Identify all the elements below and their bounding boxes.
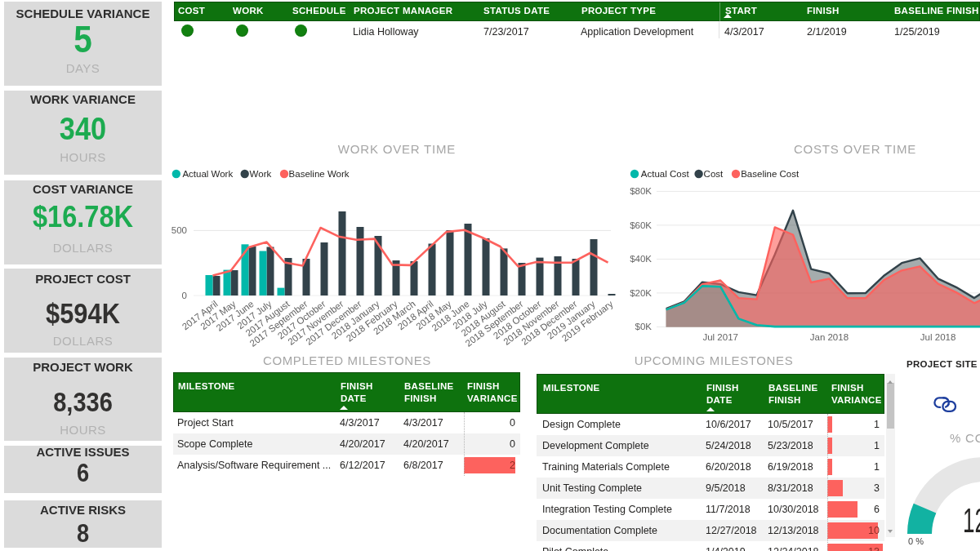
svg-text:Jul 2018: Jul 2018 <box>920 332 956 342</box>
svg-text:0: 0 <box>182 291 187 300</box>
svg-text:Jul 2017: Jul 2017 <box>702 332 737 342</box>
svg-text:Actual Work: Actual Work <box>182 169 233 179</box>
svg-text:WORK OVER TIME: WORK OVER TIME <box>338 142 456 156</box>
svg-text:$60K: $60K <box>630 220 652 230</box>
svg-text:Jan 2018: Jan 2018 <box>810 332 849 342</box>
svg-text:12.21%: 12.21% <box>963 501 980 540</box>
svg-text:Cost: Cost <box>704 169 724 179</box>
svg-text:500: 500 <box>172 225 187 235</box>
svg-text:Work: Work <box>250 169 272 179</box>
svg-text:COSTS OVER TIME: COSTS OVER TIME <box>794 142 916 156</box>
svg-text:Baseline Cost: Baseline Cost <box>741 169 800 179</box>
svg-text:$0K: $0K <box>635 322 653 331</box>
svg-text:0 %: 0 % <box>908 536 924 546</box>
svg-text:$40K: $40K <box>630 254 652 264</box>
svg-text:% COMPLETE: % COMPLETE <box>950 431 980 445</box>
svg-text:$20K: $20K <box>630 288 652 298</box>
svg-text:$80K: $80K <box>630 186 652 196</box>
svg-text:Baseline Work: Baseline Work <box>289 169 350 179</box>
svg-text:Actual Cost: Actual Cost <box>641 169 690 179</box>
